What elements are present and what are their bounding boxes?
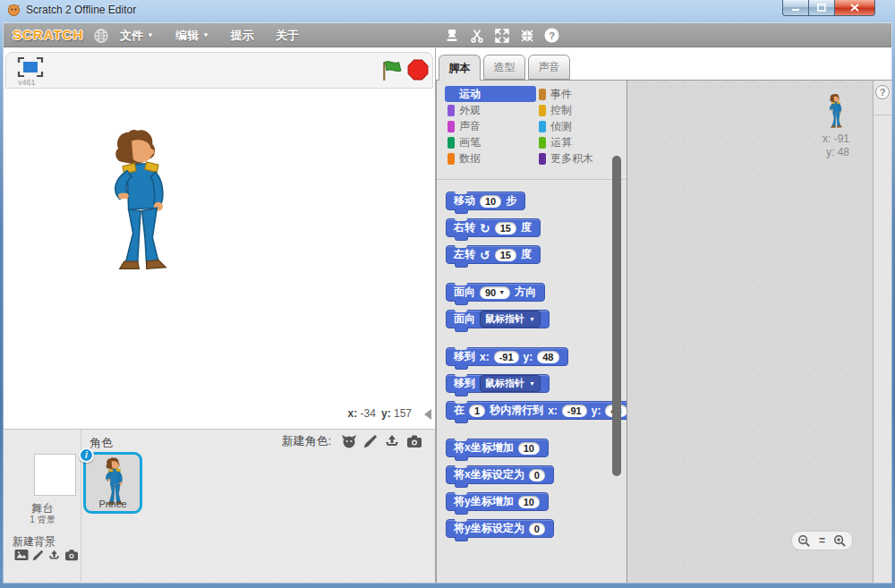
main-window: SCRATCH 文件▼编辑▼提示关于 ?: [4, 23, 891, 583]
block-number-dropdown[interactable]: 90▼: [480, 286, 510, 299]
category-looks[interactable]: 外观: [445, 102, 536, 118]
prince-sprite[interactable]: [93, 126, 188, 275]
palette-block-6[interactable]: 移到鼠标指针▼: [446, 374, 550, 393]
script-sprite-thumbnail: [825, 90, 847, 132]
dropdown-value: 鼠标指针: [485, 377, 524, 390]
zoom-out-icon[interactable]: [797, 533, 812, 548]
palette-block-11[interactable]: 将y坐标设定为0: [446, 519, 554, 538]
palette-block-2[interactable]: 左转↺15度: [446, 245, 541, 264]
tab-costumes[interactable]: 造型: [483, 55, 525, 80]
menu-item-file[interactable]: 文件▼: [120, 28, 154, 44]
palette-scrollbar[interactable]: [612, 156, 621, 476]
block-number-input[interactable]: 10: [518, 496, 540, 508]
category-sound[interactable]: 声音: [445, 118, 536, 134]
scratch-logo[interactable]: SCRATCH: [13, 27, 83, 42]
fullscreen-icon[interactable]: [17, 56, 44, 78]
mouse-position: x: -34 y: 157: [348, 407, 412, 420]
block-dropdown[interactable]: 鼠标指针▼: [480, 375, 541, 392]
dropdown-value: 鼠标指针: [485, 312, 524, 326]
block-number-input[interactable]: 0: [529, 469, 545, 481]
category-pen[interactable]: 画笔: [445, 134, 536, 150]
help-button[interactable]: ?: [875, 85, 890, 99]
block-text: 移动: [454, 193, 475, 209]
stop-sign-icon[interactable]: [407, 59, 429, 81]
stage-panel: v461 x: -34 y: 157: [4, 48, 436, 429]
sprite-thumbnail-prince[interactable]: i Prince: [83, 452, 142, 514]
title-bar[interactable]: Scratch 2 Offline Editor: [0, 0, 895, 23]
category-label: 数据: [459, 151, 481, 166]
block-number-input[interactable]: 1: [469, 405, 485, 417]
category-events[interactable]: 事件: [536, 86, 622, 102]
palette-block-10[interactable]: 将y坐标增加10: [446, 492, 549, 511]
minimize-button[interactable]: [782, 0, 809, 16]
palette-block-3[interactable]: 面向90▼方向: [446, 283, 545, 302]
block-dropdown[interactable]: 鼠标指针▼: [480, 311, 541, 328]
scissors-icon[interactable]: [469, 28, 484, 43]
close-button[interactable]: [834, 0, 875, 16]
upload-icon[interactable]: [47, 550, 61, 561]
palette-block-9[interactable]: 将x坐标设定为0: [446, 465, 554, 484]
sprite-position-readout: x: -91 y: 48: [823, 132, 849, 159]
category-more[interactable]: 更多积木: [536, 150, 622, 166]
camera-icon[interactable]: [406, 434, 422, 448]
palette-block-1[interactable]: 右转↻15度: [446, 218, 541, 237]
sprites-pane-title: 角色: [90, 435, 113, 451]
block-number-input[interactable]: -91: [562, 405, 587, 417]
block-number-input[interactable]: 10: [480, 195, 501, 208]
language-globe-icon[interactable]: [93, 28, 109, 44]
block-text: 将y坐标设定为: [454, 521, 524, 536]
block-text: y:: [524, 351, 533, 363]
block-text: 在: [454, 403, 465, 418]
block-number-input[interactable]: 15: [495, 222, 516, 234]
camera-icon[interactable]: [64, 549, 79, 561]
cat-icon[interactable]: [341, 434, 357, 448]
grow-icon[interactable]: [494, 28, 509, 43]
category-color-swatch: [448, 153, 455, 165]
scratch-window: Scratch 2 Offline Editor SCRATCH 文件▼编辑▼提…: [0, 0, 895, 588]
stage-thumbnail[interactable]: [34, 454, 76, 496]
palette-block-4[interactable]: 面向鼠标指针▼: [446, 310, 550, 328]
block-text: 将y坐标增加: [454, 494, 514, 509]
brush-icon[interactable]: [32, 550, 44, 561]
category-operators[interactable]: 运算: [536, 134, 622, 150]
cursor-toolbar: ?: [444, 28, 559, 43]
collapse-stage-icon[interactable]: [424, 409, 431, 420]
menu-item-tips[interactable]: 提示: [231, 28, 254, 44]
block-number-input[interactable]: 0: [529, 523, 545, 535]
block-number-input[interactable]: 10: [518, 442, 540, 455]
block-number-input[interactable]: -91: [494, 351, 519, 363]
help-divider: [874, 115, 891, 115]
zoom-equal-icon[interactable]: =: [819, 534, 825, 547]
stamp-icon[interactable]: [444, 28, 459, 43]
menu-item-edit[interactable]: 编辑▼: [175, 28, 209, 44]
tab-sounds[interactable]: 声音: [528, 55, 570, 80]
green-flag-icon[interactable]: [381, 60, 403, 81]
palette-block-0[interactable]: 移动10步: [446, 192, 525, 210]
tab-scripts[interactable]: 脚本: [439, 55, 481, 81]
category-color-swatch: [539, 105, 546, 116]
script-area[interactable]: x: -91 y: 48 =: [627, 80, 873, 583]
block-text: 左转: [454, 247, 475, 262]
stage-canvas[interactable]: [5, 89, 433, 404]
block-text: 度: [521, 220, 532, 235]
category-control[interactable]: 控制: [536, 102, 622, 118]
shrink-icon[interactable]: [519, 28, 534, 43]
block-number-input[interactable]: 15: [495, 249, 516, 261]
maximize-button[interactable]: [809, 0, 834, 16]
block-number-input[interactable]: 48: [537, 351, 558, 363]
category-motion[interactable]: 运动: [445, 86, 536, 102]
menu-item-label: 提示: [231, 28, 254, 44]
palette-block-7[interactable]: 在1秒内滑行到x:-91y:48: [446, 401, 627, 420]
picture-icon[interactable]: [14, 549, 29, 561]
zoom-in-icon[interactable]: [832, 533, 847, 548]
help-icon[interactable]: ?: [544, 28, 559, 43]
palette-block-5[interactable]: 移到x:-91y:48: [446, 347, 568, 366]
sprite-info-badge[interactable]: i: [79, 447, 94, 463]
upload-icon[interactable]: [384, 434, 400, 448]
brush-icon[interactable]: [363, 434, 378, 448]
category-data[interactable]: 数据: [445, 150, 536, 166]
category-sensing[interactable]: 侦测: [536, 118, 622, 134]
menu-item-about[interactable]: 关于: [276, 28, 299, 44]
palette-block-8[interactable]: 将x坐标增加10: [446, 439, 549, 457]
mouse-y-value: 157: [394, 407, 412, 420]
